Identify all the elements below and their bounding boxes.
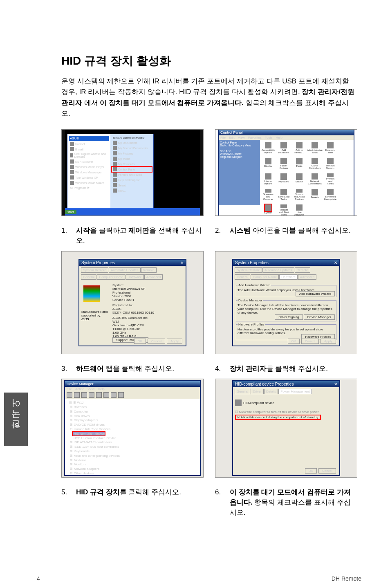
start-menu-item: Windows Movie Maker: [69, 180, 109, 185]
cp-icon: Game Controllers: [309, 158, 321, 169]
step-number: 6.: [215, 487, 223, 498]
start-menu-brand: ASUS: [69, 136, 109, 141]
step-bold: 시작: [76, 227, 90, 234]
window-title: Device Manager: [65, 381, 200, 387]
tree-item: ⊞ Disk drives: [69, 414, 196, 419]
menu-item: File: [220, 136, 226, 139]
step2-image: Control Panel File Edit View Favorites T…: [215, 129, 357, 216]
hp-legend: Hardware Profiles: [238, 323, 265, 326]
menu-item: File: [67, 387, 72, 391]
step-bold: HID 규격 장치: [76, 488, 120, 496]
checkbox-icon: ☑: [237, 415, 240, 419]
cp-icon: Display: [262, 158, 274, 169]
start-menu-item: Set Program Access and Defaults: [69, 152, 109, 159]
step4-image: System Properties✕ System Restore Automa…: [215, 251, 357, 354]
tab: Computer Name: [251, 274, 279, 280]
mfg-line: T1300 @ 1.66GHz: [112, 327, 154, 331]
cp-icon: User Accounts: [294, 204, 305, 216]
step-number: 5.: [61, 487, 69, 498]
tab: System Restore: [235, 267, 262, 273]
menu-item: Action: [75, 387, 84, 391]
tree-item: ⊞ Modems: [69, 458, 196, 463]
apply-button: Apply: [321, 339, 336, 344]
tab: System Restore: [81, 267, 108, 273]
start-menu-item: Search: [112, 183, 152, 188]
menu-item: Favorites: [248, 136, 262, 139]
tab: Remote: [295, 267, 310, 273]
menu-item: Tools: [265, 136, 273, 139]
sidebar-item: Windows Update: [220, 153, 259, 155]
close-icon: ✕: [180, 260, 184, 265]
sys-line: Professional: [112, 291, 154, 294]
step-number: 2.: [215, 226, 223, 236]
cp-icon-system: System: [262, 204, 274, 216]
start-menu-item: My Music: [112, 156, 152, 161]
dialog-title: System Properties: [81, 260, 115, 265]
mfg-line: W1J: [112, 320, 154, 323]
step-bold: 시스템: [230, 227, 251, 234]
ok-button: OK: [134, 339, 146, 344]
dialog-title: System Properties: [235, 260, 269, 265]
menu-item: Help: [276, 136, 282, 139]
dm-legend: Device Manager: [238, 298, 263, 302]
dm-text: The Device Manager lists all the hardwar…: [238, 303, 335, 314]
start-menu-item: Tour Windows XP: [69, 175, 109, 180]
cp-icon: Add Hardware: [278, 142, 289, 154]
tab: General: [81, 274, 96, 280]
toolbar-icon: [111, 392, 117, 398]
tree-item: ⊞ Keyboards: [69, 449, 196, 454]
tab-hardware: Hardware: [126, 274, 144, 280]
tree-item: ⊞ IDE ATA/ATAPI controllers: [69, 440, 196, 445]
tree-item: ⊞ Batteries: [69, 405, 196, 410]
step-text: 탭을 클릭해 주십시오.: [104, 365, 174, 373]
mfg-line: ASUSTeK Computer Inc.: [112, 316, 154, 320]
step-bold: 장치 관리자: [230, 365, 267, 373]
tree-item: ⊞ Computer: [69, 410, 196, 414]
cp-icon: Symantec LiveUpdate: [325, 189, 336, 200]
mfg-line: 1.66 GHz: [112, 331, 154, 334]
start-menu-item: My Second Documents: [112, 146, 152, 150]
start-menu-item: MSN Explorer: [69, 159, 109, 164]
intro-bold-2: 이 장치를 대기 모드에서 컴퓨터로 가져옵니다.: [100, 99, 243, 107]
tree-item: ⊞ Monitors: [69, 462, 196, 467]
reg-label: Registered to:: [112, 303, 154, 307]
cp-icon: Date and Time: [325, 142, 336, 154]
pm-line1: Allow the computer to turn off this devi…: [239, 410, 320, 414]
cp-icon: Speech: [309, 189, 321, 200]
menu-item: View: [87, 387, 94, 391]
ok-button: OK: [305, 468, 317, 474]
sys-line: Service Pack 1: [112, 298, 154, 302]
cp-icon: Network Connections: [309, 173, 321, 185]
start-menu-item: E-mail: [69, 147, 109, 152]
tab-hardware: Hardware: [279, 274, 298, 280]
start-button: start: [65, 210, 76, 214]
cp-icon: Scanners and Cameras: [262, 189, 274, 200]
step3-caption: 3. 하드웨어 탭을 클릭해 주십시오.: [61, 364, 204, 374]
cp-icon: Accessibility Options: [262, 142, 274, 154]
reg-line: ASUS: [112, 307, 154, 311]
tree-item: USB Human Interface Device: [69, 436, 196, 441]
start-menu-item: My Documents: [112, 140, 152, 145]
cp-icon: Administrative Tools: [309, 142, 321, 154]
close-icon: ✕: [334, 260, 337, 265]
toolbar-icon: [74, 392, 80, 398]
windows-logo-icon: [83, 285, 100, 302]
tab: Automatic Updates: [109, 267, 141, 273]
tree-item: ⊟ Human Interface Devices: [69, 427, 196, 432]
start-menu-item: Run...: [112, 188, 152, 193]
reg-line: 55274-OEM-0011903-00110: [112, 311, 154, 314]
close-icon: ✕: [334, 382, 337, 386]
device-manager-button: Device Manager: [304, 314, 335, 320]
start-menu-item: My Computer: [112, 162, 152, 166]
dialog-title: HID-compliant device Properties: [235, 382, 294, 386]
ahw-button: Add Hardware Wizard: [296, 291, 335, 296]
cancel-button: Cancel: [148, 339, 165, 344]
cp-icon: Internet Options: [262, 173, 274, 185]
hp-text: Hardware profiles provide a way for you …: [238, 328, 335, 335]
menu-item: Help: [98, 387, 104, 391]
sidebar-head: See Also: [220, 150, 259, 153]
step5-image: Device Manager File Action View Help ⊟ 🖥…: [61, 379, 204, 478]
ahw-legend: Add Hardware Wizard: [238, 283, 271, 287]
tree-item-hid: HID-compliant device: [69, 432, 196, 436]
mfg-label: Manufactured and supported by:: [81, 310, 110, 317]
